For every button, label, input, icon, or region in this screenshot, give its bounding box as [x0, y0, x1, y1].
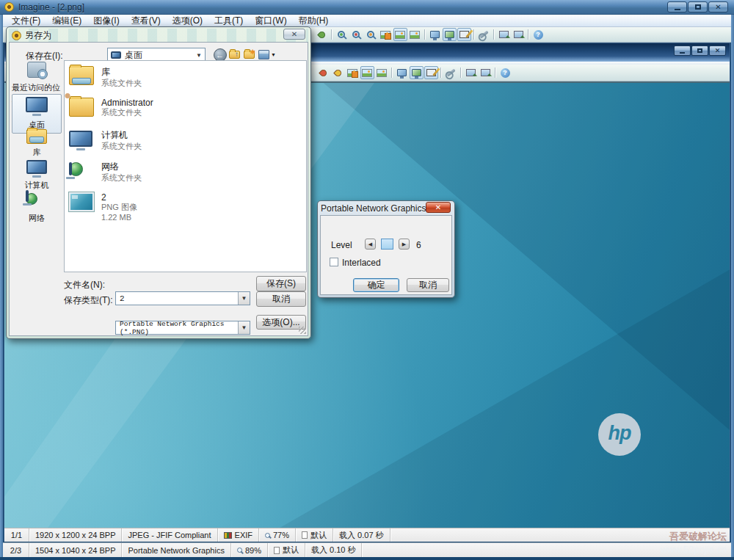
toolbar-separator	[391, 68, 392, 78]
status-load-time: 载入 0.10 秒	[305, 543, 363, 557]
file-type-value: Portable Network Graphics (*.PNG)	[120, 320, 250, 336]
up-folder-icon: ↑	[229, 51, 240, 59]
desktop-icon	[111, 51, 121, 59]
close-icon: ✕	[715, 47, 721, 54]
batch-convert-icon[interactable]	[512, 28, 526, 41]
toolbar-separator	[460, 68, 461, 78]
file-type: PNG 图像	[101, 203, 137, 213]
zoom-in-icon[interactable]	[335, 28, 349, 41]
menu-options[interactable]: 选项(O)	[167, 14, 208, 28]
pin-yellow-icon[interactable]	[331, 66, 345, 79]
png-options-dialog: Portable Network Graphics ✕ Level ◀ ▶ 6 …	[317, 200, 455, 298]
file-name-input[interactable]: 2 ▼	[115, 291, 250, 305]
ok-button[interactable]: 确定	[353, 278, 399, 292]
image-close-button[interactable]: ✕	[709, 46, 726, 56]
file-item-2-png[interactable]: 2 PNG 图像 1.22 MB	[69, 192, 137, 223]
image-maximize-button[interactable]	[691, 46, 708, 56]
screen-edit-icon[interactable]	[457, 28, 471, 41]
close-button[interactable]: ✕	[708, 1, 728, 12]
png-dialog-close-button[interactable]: ✕	[426, 202, 451, 213]
save-dialog-body: 保存在(I): 桌面 ▼ ← ↑ ✱ ▼ 最近访问的位置 桌面 库	[9, 42, 308, 336]
sidebar-item-label: 库	[33, 147, 41, 158]
magnifier-icon	[237, 548, 242, 553]
save-as-dialog: 另存为 ✕ 保存在(I): 桌面 ▼ ← ↑ ✱ ▼ 最近访问的位置 桌面	[6, 26, 311, 339]
fit-window-icon[interactable]	[393, 28, 407, 41]
help-icon[interactable]	[498, 66, 512, 79]
wrench-icon[interactable]	[477, 28, 491, 41]
network-icon	[69, 161, 94, 180]
minimize-button[interactable]	[667, 1, 687, 12]
status-exif[interactable]: EXIF	[218, 528, 259, 542]
maximize-icon	[695, 4, 701, 10]
screen-edit-icon[interactable]	[424, 66, 438, 79]
chevron-down-icon[interactable]: ▼	[238, 292, 250, 305]
image-minimize-button[interactable]	[674, 46, 691, 56]
wrench-icon[interactable]	[444, 66, 458, 79]
file-name-label: 文件名(N):	[64, 279, 105, 291]
status-zoom: 77%	[259, 528, 296, 542]
menu-file[interactable]: 文件(F)	[6, 14, 46, 28]
maximize-button[interactable]	[688, 1, 708, 12]
menu-image[interactable]: 图像(I)	[87, 14, 125, 28]
profile-icon	[274, 547, 280, 554]
sidebar-item-network[interactable]: 网络	[12, 192, 62, 224]
toolbar-separator	[495, 68, 495, 78]
chevron-down-icon[interactable]: ▼	[238, 321, 250, 334]
fit-original-icon[interactable]	[346, 66, 360, 79]
menu-view[interactable]: 查看(V)	[126, 14, 167, 28]
file-name: 2	[101, 192, 137, 203]
monitor-icon[interactable]	[395, 66, 409, 79]
cancel-button[interactable]: 取消	[256, 291, 306, 307]
imagine-app-icon	[4, 2, 14, 12]
sidebar-item-computer[interactable]: 计算机	[12, 160, 62, 191]
fullscreen-icon[interactable]	[410, 66, 424, 79]
hp-logo-text: hp	[608, 422, 631, 445]
file-type: 系统文件夹	[101, 79, 142, 89]
zoom-custom-icon[interactable]	[364, 28, 378, 41]
level-slider-thumb[interactable]	[381, 239, 393, 250]
status-format: Portable Network Graphics	[122, 543, 230, 557]
fit-width-icon[interactable]	[375, 66, 389, 79]
menu-edit[interactable]: 编辑(E)	[46, 14, 87, 28]
toolbar-separator	[440, 68, 441, 78]
help-icon[interactable]	[531, 28, 545, 41]
png-dialog-title: Portable Network Graphics	[321, 203, 426, 214]
hp-logo: hp	[598, 413, 641, 456]
menu-help[interactable]: 帮助(H)	[293, 14, 335, 28]
file-item-network[interactable]: 网络 系统文件夹	[69, 161, 142, 183]
file-item-libraries[interactable]: 库 系统文件夹	[69, 66, 142, 89]
exif-icon	[224, 532, 232, 539]
close-icon: ✕	[715, 4, 721, 11]
cancel-button[interactable]: 取消	[407, 278, 449, 292]
file-item-administrator[interactable]: Administrator 系统文件夹	[69, 98, 153, 118]
computer-icon	[26, 160, 47, 174]
resize-grip[interactable]	[299, 327, 306, 334]
batch-convert-icon[interactable]	[479, 66, 493, 79]
acquire-icon[interactable]	[464, 66, 478, 79]
fit-window-icon[interactable]	[360, 66, 374, 79]
menu-bar: 文件(F) 编辑(E) 图像(I) 查看(V) 选项(O) 工具(T) 窗口(W…	[3, 15, 731, 27]
pin-red-icon[interactable]	[316, 66, 330, 79]
level-increase-button[interactable]: ▶	[399, 239, 410, 250]
menu-tools[interactable]: 工具(T)	[208, 14, 249, 28]
save-button[interactable]: 保存(S)	[256, 276, 306, 291]
interlaced-checkbox[interactable]	[330, 258, 338, 266]
file-name: Administrator	[101, 98, 153, 108]
fit-original-icon[interactable]	[379, 28, 393, 41]
zoom-out-icon[interactable]	[349, 28, 363, 41]
save-dialog-close-button[interactable]: ✕	[283, 29, 305, 40]
acquire-icon[interactable]	[497, 28, 511, 41]
status-dimensions: 1920 x 1200 x 24 BPP	[29, 528, 122, 542]
view-menu-icon	[258, 50, 269, 59]
fullscreen-icon[interactable]	[443, 28, 457, 41]
sidebar-item-label: 网络	[29, 213, 45, 224]
monitor-icon[interactable]	[428, 28, 442, 41]
toolbar-separator	[331, 29, 332, 40]
fit-width-icon[interactable]	[408, 28, 422, 41]
file-item-computer[interactable]: 计算机 系统文件夹	[69, 129, 142, 152]
level-decrease-button[interactable]: ◀	[365, 239, 376, 250]
sidebar-item-libraries[interactable]: 库	[12, 129, 62, 158]
crop-icon[interactable]	[315, 28, 329, 41]
menu-window[interactable]: 窗口(W)	[249, 14, 292, 28]
file-type-combo[interactable]: Portable Network Graphics (*.PNG) ▼	[115, 321, 250, 335]
